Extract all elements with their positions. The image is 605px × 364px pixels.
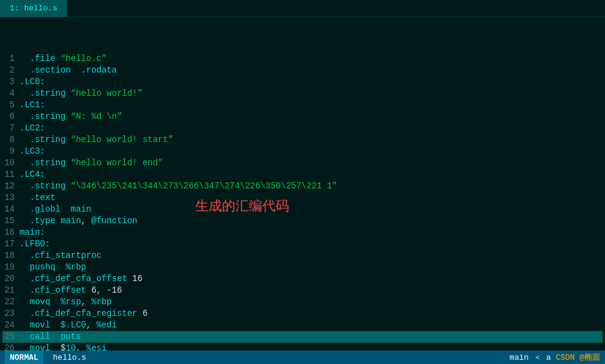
line-number: 17 bbox=[2, 238, 20, 250]
line-number: 20 bbox=[2, 273, 20, 285]
line-content: .string “hello world!” bbox=[20, 88, 603, 99]
table-row: 25 call puts bbox=[2, 331, 603, 343]
line-content: .string “\346\235\241\344\273\266\347\27… bbox=[20, 180, 603, 192]
tab-label: 1: hello.s bbox=[10, 4, 57, 13]
line-number: 8 bbox=[2, 134, 20, 146]
line-number: 25 bbox=[2, 331, 20, 343]
line-content: movq %rsp, %rbp bbox=[20, 296, 603, 308]
table-row: 16main: bbox=[2, 227, 603, 238]
line-number: 21 bbox=[2, 285, 20, 296]
status-right: main ＜ a CSDN @椭圆 bbox=[510, 352, 600, 363]
line-content: .LC0: bbox=[20, 76, 603, 88]
line-number: 12 bbox=[2, 180, 20, 192]
table-row: 12 .string “\346\235\241\344\273\266\347… bbox=[2, 180, 603, 192]
line-content: .cfi_offset 6, -16 bbox=[20, 285, 603, 296]
line-content: movl $.LC0, %edi bbox=[20, 319, 603, 331]
table-row: 6 .string “N: %d \n” bbox=[2, 111, 603, 123]
mode-label: NORMAL bbox=[10, 353, 38, 362]
line-content: .cfi_def_cfa_register 6 bbox=[20, 308, 603, 319]
line-number: 11 bbox=[2, 169, 20, 180]
code-container: 1 .file “hello.c”2 .section .rodata3.LC0… bbox=[0, 17, 605, 351]
line-content: call puts bbox=[20, 331, 603, 343]
line-content: pushq %rbp bbox=[20, 262, 603, 273]
table-row: 23 .cfi_def_cfa_register 6 bbox=[2, 308, 603, 319]
table-row: 15 .type main, @function bbox=[2, 215, 603, 227]
table-row: 7.LC2: bbox=[2, 123, 603, 134]
table-row: 20 .cfi_def_cfa_offset 16 bbox=[2, 273, 603, 285]
line-content: .cfi_def_cfa_offset 16 bbox=[20, 273, 603, 285]
status-mode: NORMAL bbox=[5, 351, 43, 364]
line-number: 1 bbox=[2, 53, 20, 65]
table-row: 1 .file “hello.c” bbox=[2, 53, 603, 65]
table-row: 24 movl $.LC0, %edi bbox=[2, 319, 603, 331]
line-number: 18 bbox=[2, 250, 20, 262]
table-row: 3.LC0: bbox=[2, 76, 603, 88]
line-number: 22 bbox=[2, 296, 20, 308]
table-row: 10 .string “hello world! end” bbox=[2, 157, 603, 169]
active-tab[interactable]: 1: hello.s bbox=[0, 0, 67, 17]
line-content: movl $10, %esi bbox=[20, 343, 603, 351]
line-content: .LC2: bbox=[20, 123, 603, 134]
editor-area: 1 .file “hello.c”2 .section .rodata3.LC0… bbox=[0, 17, 605, 351]
status-left: NORMAL hello.s bbox=[5, 351, 86, 364]
line-content: .LC3: bbox=[20, 146, 603, 157]
table-row: 8 .string “hello world! start” bbox=[2, 134, 603, 146]
line-number: 4 bbox=[2, 88, 20, 99]
line-number: 15 bbox=[2, 215, 20, 227]
table-row: 22 movq %rsp, %rbp bbox=[2, 296, 603, 308]
line-number: 5 bbox=[2, 99, 20, 111]
line-content: .globl main bbox=[20, 204, 603, 215]
table-row: 17.LFB0: bbox=[2, 238, 603, 250]
line-number: 13 bbox=[2, 192, 20, 204]
line-number: 10 bbox=[2, 157, 20, 169]
line-number: 7 bbox=[2, 123, 20, 134]
line-number: 23 bbox=[2, 308, 20, 319]
line-content: .cfi_startproc bbox=[20, 250, 603, 262]
table-row: 4 .string “hello world!” bbox=[2, 88, 603, 99]
line-content: .string “hello world! start” bbox=[20, 134, 603, 146]
line-content: .string “N: %d \n” bbox=[20, 111, 603, 123]
status-filename: hello.s bbox=[53, 353, 87, 362]
table-row: 2 .section .rodata bbox=[2, 65, 603, 76]
table-row: 26 movl $10, %esi bbox=[2, 343, 603, 351]
table-row: 11.LC4: bbox=[2, 169, 603, 180]
table-row: 5.LC1: bbox=[2, 99, 603, 111]
line-number: 26 bbox=[2, 343, 20, 351]
status-position: main ＜ a bbox=[510, 352, 551, 363]
line-content: main: bbox=[20, 227, 603, 238]
line-content: .type main, @function bbox=[20, 215, 603, 227]
line-content: .LC1: bbox=[20, 99, 603, 111]
line-content: .LC4: bbox=[20, 169, 603, 180]
table-row: 21 .cfi_offset 6, -16 bbox=[2, 285, 603, 296]
line-number: 19 bbox=[2, 262, 20, 273]
line-content: .string “hello world! end” bbox=[20, 157, 603, 169]
line-content: .file “hello.c” bbox=[20, 53, 603, 65]
table-row: 9.LC3: bbox=[2, 146, 603, 157]
line-content: .LFB0: bbox=[20, 238, 603, 250]
line-number: 6 bbox=[2, 111, 20, 123]
line-number: 24 bbox=[2, 319, 20, 331]
table-row: 19 pushq %rbp bbox=[2, 262, 603, 273]
line-content: .text bbox=[20, 192, 603, 204]
line-content: .section .rodata bbox=[20, 65, 603, 76]
table-row: 13 .text bbox=[2, 192, 603, 204]
tab-bar: 1: hello.s bbox=[0, 0, 605, 17]
line-number: 2 bbox=[2, 65, 20, 76]
line-number: 9 bbox=[2, 146, 20, 157]
line-number: 14 bbox=[2, 204, 20, 215]
line-number: 3 bbox=[2, 76, 20, 88]
status-bar: NORMAL hello.s main ＜ a CSDN @椭圆 bbox=[0, 351, 605, 364]
code-lines: 1 .file “hello.c”2 .section .rodata3.LC0… bbox=[0, 17, 605, 351]
line-number: 16 bbox=[2, 227, 20, 238]
table-row: 18 .cfi_startproc bbox=[2, 250, 603, 262]
status-csdn: CSDN @椭圆 bbox=[556, 352, 600, 363]
table-row: 14 .globl main bbox=[2, 204, 603, 215]
